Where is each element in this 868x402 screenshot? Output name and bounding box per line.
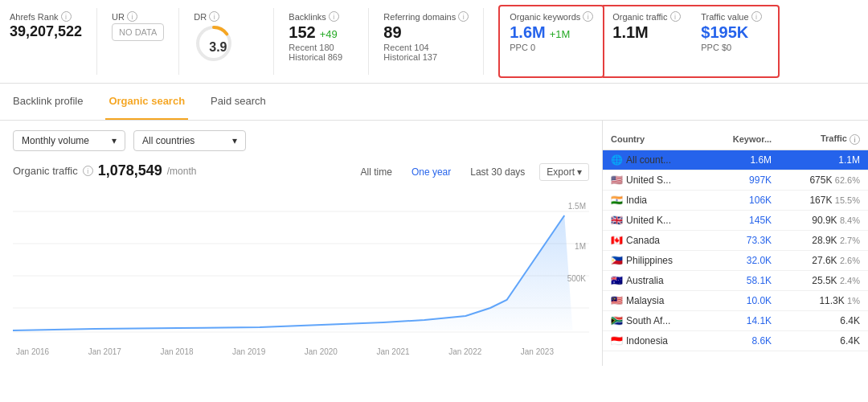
country-flag: 🌐 [611,154,623,166]
x-label-2018: Jan 2018 [160,347,193,356]
keywords-cell: 106K [706,190,780,210]
traffic-value-block: Traffic value i $195K PPC $0 [691,5,780,78]
x-label-2019: Jan 2019 [232,347,265,356]
organic-keywords-delta: +1M [550,28,571,40]
country-table-row[interactable]: 🇲🇾Malaysia10.0K11.3K 1% [603,290,868,310]
country-table-body: 🌐All count...1.6M1.1M🇺🇸United S...997K67… [603,150,868,351]
country-name: India [626,195,647,206]
country-flag: 🇲🇾 [611,295,623,306]
ahrefs-rank-block: Ahrefs Rank i 39,207,522 [10,8,97,75]
ur-block: UR i NO DATA [112,8,179,75]
time-btn-all-time[interactable]: All time [356,164,397,180]
tab-backlink-profile[interactable]: Backlink profile [10,84,86,120]
col-country: Country [603,129,706,150]
traffic-value-info-icon[interactable]: i [751,11,762,22]
country-table-row[interactable]: 🇺🇸United S...997K675K 62.6% [603,170,868,190]
organic-traffic-info-icon[interactable]: i [670,11,681,22]
referring-domains-sub: Recent 104 Historical 137 [383,43,469,62]
country-cell: 🇮🇩Indonesia [603,330,706,351]
ur-no-data: NO DATA [112,23,164,41]
country-table-row[interactable]: 🌐All count...1.6M1.1M [603,150,868,170]
ahrefs-rank-label: Ahrefs Rank i [10,11,82,22]
traffic-pct: 2.7% [840,236,860,245]
time-btn-last-30[interactable]: Last 30 days [465,164,530,180]
country-name: Canada [626,235,660,246]
country-table-row[interactable]: 🇮🇳India106K167K 15.5% [603,190,868,210]
organic-keywords-value: 1.6M [510,23,545,42]
x-label-2021: Jan 2021 [376,347,409,356]
chart-info-icon[interactable]: i [83,166,93,176]
country-table-row[interactable]: 🇮🇩Indonesia8.6K6.4K [603,330,868,351]
traffic-cell: 11.3K 1% [780,290,868,310]
traffic-cell: 167K 15.5% [780,190,868,210]
referring-domains-value: 89 [383,23,469,42]
export-button[interactable]: Export ▾ [539,163,589,181]
referring-domains-block: Referring domains i 89 Recent 104 Histor… [383,8,484,75]
organic-keywords-block: Organic keywords i 1.6M +1M PPC 0 [498,5,604,78]
nav-tabs: Backlink profile Organic search Paid sea… [0,84,868,121]
organic-traffic-label: Organic traffic i [612,11,682,22]
left-panel: Monthly volume ▾ All countries ▾ Organic… [0,121,603,366]
volume-filter[interactable]: Monthly volume ▾ [13,130,125,151]
chart-container: 1.5M 1M 500K Jan 2016 Jan 2017 Jan 2018 … [13,195,589,356]
country-flag: 🇨🇦 [611,235,623,246]
referring-domains-label: Referring domains i [383,11,469,22]
time-btn-one-year[interactable]: One year [407,164,456,180]
keywords-cell: 1.6M [706,150,780,170]
keywords-cell: 145K [706,210,780,230]
organic-traffic-value: 1.1M [612,23,682,42]
tab-paid-search[interactable]: Paid search [207,84,269,120]
chart-title: Organic traffic [13,165,78,177]
countries-filter[interactable]: All countries ▾ [133,130,246,151]
country-table-row[interactable]: 🇵🇭Philippines32.0K27.6K 2.6% [603,250,868,270]
traffic-value: 90.9K [812,215,837,226]
country-name: United K... [626,215,671,226]
country-flag: 🇿🇦 [611,315,623,326]
country-table-row[interactable]: 🇿🇦South Af...14.1K6.4K [603,310,868,330]
traffic-pct: 15.5% [835,195,860,205]
traffic-col-info-icon[interactable]: i [850,134,860,145]
ahrefs-rank-info-icon[interactable]: i [61,11,72,22]
country-table-row[interactable]: 🇦🇺Australia58.1K25.5K 2.4% [603,270,868,290]
x-label-2020: Jan 2020 [305,347,338,356]
dr-info-icon[interactable]: i [209,11,219,22]
x-label-2016: Jan 2016 [16,347,49,356]
backlinks-delta: +49 [320,28,338,40]
backlinks-info-icon[interactable]: i [329,11,339,22]
countries-filter-chevron-icon: ▾ [232,135,237,146]
tab-organic-search[interactable]: Organic search [105,84,188,120]
backlinks-block: Backlinks i 152 +49 Recent 180 Historica… [289,8,369,75]
keywords-cell: 8.6K [706,330,780,351]
country-cell: 🇦🇺Australia [603,270,706,290]
referring-domains-info-icon[interactable]: i [458,11,469,22]
backlinks-value: 152 [289,23,315,42]
chart-header-row: Organic traffic i 1,078,549 /month All t… [13,162,589,187]
dr-label: DR i [194,11,259,22]
country-flag: 🇬🇧 [611,215,623,226]
keywords-cell: 58.1K [706,270,780,290]
country-table-row[interactable]: 🇬🇧United K...145K90.9K 8.4% [603,210,868,230]
country-cell: 🇬🇧United K... [603,210,706,230]
x-label-2017: Jan 2017 [88,347,121,356]
y-label-1.5m: 1.5M [568,202,586,211]
organic-keywords-ppc: PPC 0 [510,43,593,52]
traffic-pct: 8.4% [840,215,860,225]
ur-info-icon[interactable]: i [127,11,137,22]
chart-value: 1,078,549 [98,162,162,179]
organic-keywords-info-icon[interactable]: i [583,11,593,22]
country-table-row[interactable]: 🇨🇦Canada73.3K28.9K 2.7% [603,230,868,250]
traffic-cell: 6.4K [780,330,868,351]
x-label-2022: Jan 2022 [448,347,481,356]
traffic-value-label: Traffic value i [701,11,768,22]
traffic-value: 167K [809,195,832,206]
country-name: Malaysia [626,295,664,306]
traffic-pct: 1% [847,296,860,306]
traffic-value: 28.9K [812,235,837,246]
country-name: All count... [626,154,671,166]
traffic-chart [13,195,589,348]
keywords-cell: 73.3K [706,230,780,250]
country-table-header: Country Keywor... Traffic i [603,129,868,150]
traffic-value: 11.3K [819,295,844,306]
x-labels: Jan 2016 Jan 2017 Jan 2018 Jan 2019 Jan … [13,347,557,356]
backlinks-sub: Recent 180 Historical 869 [289,43,354,62]
